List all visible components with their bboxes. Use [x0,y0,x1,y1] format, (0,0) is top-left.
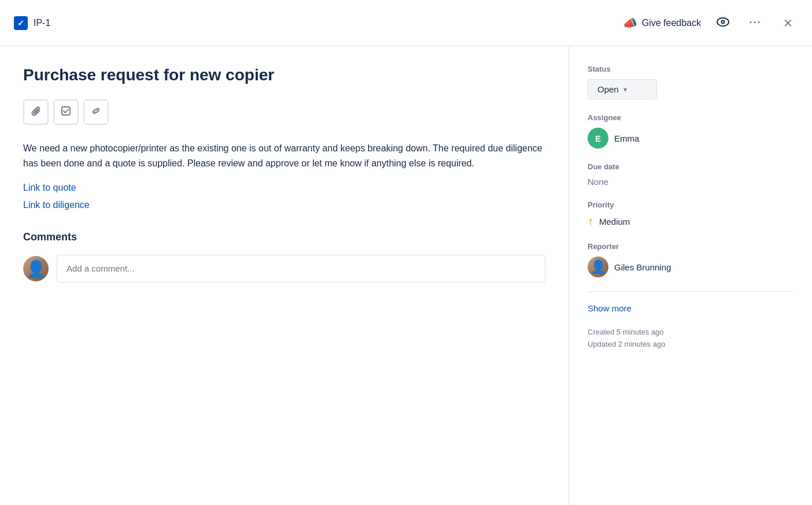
give-feedback-button[interactable]: 📣 Give feedback [623,16,701,30]
checklist-icon [61,106,71,119]
assignee-label: Assignee [588,113,793,122]
chevron-down-icon: ▾ [623,86,627,94]
left-panel: Purchase request for new copier [0,46,569,505]
status-value: Open [597,84,619,94]
watch-button[interactable] [713,13,733,34]
reporter-label: Reporter [588,242,793,251]
priority-section: Priority ↑ Medium [588,200,793,228]
reporter-row: Giles Brunning [588,257,793,277]
issue-checkbox-icon: ✓ [14,16,28,30]
current-user-avatar [23,256,49,281]
priority-up-icon: ↑ [588,215,593,228]
meta-info: Created 5 minutes ago Updated 2 minutes … [588,328,793,348]
issue-description: We need a new photocopier/printer as the… [23,141,545,170]
comments-section: Comments [23,231,545,283]
main-layout: Purchase request for new copier [0,46,812,505]
issue-title: Purchase request for new copier [23,65,545,86]
attach-button[interactable] [23,99,49,125]
assignee-name: Emma [614,133,639,143]
updated-text: Updated 2 minutes ago [588,340,793,348]
status-label: Status [588,65,793,73]
more-options-button[interactable]: ··· [745,13,766,34]
issue-id: IP-1 [34,18,50,28]
eye-icon [717,16,729,29]
reporter-section: Reporter Giles Brunning [588,242,793,277]
header-left: ✓ IP-1 [14,16,50,30]
assignee-initial: E [595,133,601,143]
assignee-avatar: E [588,128,608,148]
comment-input[interactable] [57,255,545,283]
comments-title: Comments [23,231,545,243]
due-date-label: Due date [588,162,793,171]
priority-value: Medium [599,217,630,226]
due-date-section: Due date None [588,162,793,187]
reporter-name: Giles Brunning [614,262,671,272]
divider [588,291,793,292]
link-button[interactable] [83,99,109,125]
paperclip-icon [31,106,41,119]
link-to-diligence[interactable]: Link to diligence [23,200,545,210]
assignee-section: Assignee E Emma [588,113,793,148]
comment-input-row [23,255,545,283]
priority-row: ↑ Medium [588,215,793,228]
reporter-avatar [588,257,608,277]
right-panel: Status Open ▾ Assignee E Emma Due date N… [569,46,812,505]
due-date-value: None [588,177,793,187]
status-dropdown[interactable]: Open ▾ [588,79,657,99]
header-right: 📣 Give feedback ··· ✕ [623,13,798,34]
priority-label: Priority [588,200,793,209]
toolbar [23,99,545,125]
checklist-button[interactable] [53,99,79,125]
megaphone-icon: 📣 [623,16,637,30]
svg-rect-3 [62,107,70,115]
ellipsis-icon: ··· [749,17,761,29]
close-icon: ✕ [783,16,793,30]
link-icon [91,106,101,119]
status-section: Status Open ▾ [588,65,793,99]
show-more-link[interactable]: Show more [588,303,632,313]
header: ✓ IP-1 📣 Give feedback ··· ✕ [0,0,812,46]
link-to-quote[interactable]: Link to quote [23,183,545,193]
assignee-row: E Emma [588,128,793,148]
svg-point-2 [722,21,724,23]
created-text: Created 5 minutes ago [588,328,793,336]
close-button[interactable]: ✕ [777,13,798,34]
